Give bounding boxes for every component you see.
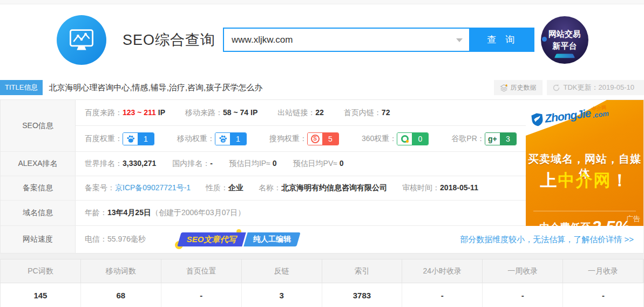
mobile-traffic: 移动来路：58 ~ 74 IP [185,108,257,118]
stats-header-24h-collect: 24小时收录 [402,259,483,283]
sogou-weight: 搜狗权重：S5 [269,132,339,145]
baidu-mobile-paw-icon: m [215,133,230,145]
tdk-update-label: TDK更新：2019-05-10 [564,83,635,92]
mobile-weight-badge[interactable]: m1 [215,132,247,145]
sogou-icon: S [308,133,322,145]
history-data-button[interactable]: 历史数据 [494,80,543,95]
seo-query-page: SEO综合查询 查 询 网站交易 新平台 TITLE信息 北京海明心理咨询中心,… [0,0,644,307]
domain-age: 年龄：13年4月25日（创建于2006年03月07日） [85,208,245,218]
org-name: 名称：北京海明有约信息咨询有限公司 [259,183,387,193]
sogou-weight-badge[interactable]: S5 [307,132,339,145]
google-pr: 谷歌PR：g+3 [451,132,516,145]
icp-number: 备案号：京ICP备09027721号-1 [85,183,191,193]
stats-value-24h-collect: - [402,283,483,307]
icp-number-link[interactable]: 京ICP备09027721号-1 [115,183,191,192]
so360-icon [397,133,412,145]
svg-text:m: m [222,139,224,142]
zhongjie-ad-banner[interactable]: ZhongJie 中介网 .com 买卖域名，网站，自媒体 上中介网！ 中介费低… [526,100,643,226]
row-label-alexa: ALEXA排名 [1,152,76,176]
ad-fee-line: 中介费低至2.5% [533,211,636,226]
stats-value-homepage-position: - [161,283,242,307]
google-plus-icon: g+ [485,133,500,145]
trade-platform-badge[interactable]: 网站交易 新平台 [541,16,588,64]
seo-weights-row: 百度权重：1 移动权重：m1 搜狗权重：S5 360权重：0 谷歌PR：g+3 [76,126,526,152]
stats-value-backlinks[interactable]: 3 [242,283,322,307]
row-label-seo: SEO信息 [1,100,76,152]
ad-tag: 广告 [626,214,640,224]
homepage-internal-links: 首页内链：72 [344,108,390,118]
row-label-beian: 备案信息 [1,176,76,201]
shield-icon [531,112,544,127]
brand-com: .com [592,110,609,119]
ad-slogan: 上中介网！ [526,169,643,192]
tdk-update[interactable]: TDK更新：2019-05-10 [547,80,644,95]
query-button[interactable]: 查 询 [470,28,534,52]
chevron-down-icon[interactable] [456,38,463,42]
mobile-weight: 移动权重：m1 [177,132,247,145]
valuation-detail-link[interactable]: 部分数据维度较小，无法估算，了解估价详情 >> [460,235,634,245]
so360-weight-badge[interactable]: 0 [397,132,429,145]
stats-header-backlinks: 反链 [242,259,322,283]
title-info-badge: TITLE信息 [0,80,43,95]
so360-weight: 360权重：0 [362,132,429,145]
review-date: 审核时间：2018-05-11 [402,183,478,193]
world-rank: 世界排名：3,330,271 [85,159,156,169]
stats-value-week-collect: - [483,283,563,307]
alexa-row: 世界排名：3,330,271 国内排名：- 预估日均IP≈ 0 预估日均PV≈ … [76,152,526,176]
search-input-wrap [223,28,470,52]
org-nature: 性质：企业 [206,183,243,193]
monitor-chart-icon [67,26,96,54]
stats-value-month-collect: - [563,283,643,307]
page-title: SEO综合查询 [123,30,215,50]
keyword-stats-table: PC词数 移动词数 首页位置 反链 索引 24小时收录 一周收录 一月收录 14… [0,259,644,307]
badge-line1: 网站交易 [548,28,581,40]
outbound-links: 出站链接：22 [277,108,324,118]
row-label-speed: 网站速度 [1,226,76,253]
badge-line2: 新平台 [553,40,577,52]
stats-header-pc-words: PC词数 [1,259,81,283]
section-divider [0,253,644,259]
baidu-weight-badge[interactable]: 1 [123,132,154,145]
seo-article-promo[interactable]: SEO文章代写 纯人工编辑 [179,232,299,246]
stats-header-week-collect: 一周收录 [483,259,563,283]
search-bar: 查 询 [223,28,534,52]
promo1-label: SEO文章代写 [187,235,236,245]
seo-info-table: SEO信息 ALEXA排名 备案信息 域名信息 网站速度 百度来路：123 ~ … [0,99,644,253]
stats-value-mobile-words[interactable]: 68 [81,283,161,307]
search-input[interactable] [224,29,469,51]
speed-row: 电信：55.976毫秒 SEO文章代写 纯人工编辑 部分数据维度较小，无法估算，… [76,226,643,253]
history-data-label: 历史数据 [511,83,537,92]
domestic-rank: 国内排名：- [172,159,213,169]
site-title-text: 北京海明心理咨询中心,情感,辅导,治疗,咨询,孩子厌学怎么办 [49,83,262,93]
baidu-weight: 百度权重：1 [85,132,154,145]
refresh-icon [552,84,560,92]
stats-header-month-collect: 一月收录 [563,259,643,283]
stats-header-homepage-position: 首页位置 [161,259,242,283]
beian-row: 备案号：京ICP备09027721号-1 性质：企业 名称：北京海明有约信息咨询… [76,176,526,201]
telecom-speed: 电信：55.976毫秒 [85,235,146,244]
baidu-paw-icon [123,133,138,145]
daily-ip-estimate: 预估日均IP≈ 0 [229,159,277,169]
stats-value-pc-words[interactable]: 145 [1,283,81,307]
stats-value-index[interactable]: 3783 [322,283,403,307]
stats-header-mobile-words: 移动词数 [81,259,161,283]
header: SEO综合查询 查 询 网站交易 新平台 [0,4,644,75]
site-logo[interactable] [57,15,106,65]
stats-header-index: 索引 [322,259,403,283]
promo2-label: 纯人工编辑 [253,235,291,244]
daily-pv-estimate: 预估日均PV≈ 0 [293,159,344,169]
top-strip [0,0,644,4]
title-info-bar: TITLE信息 北京海明心理咨询中心,情感,辅导,治疗,咨询,孩子厌学怎么办 历… [0,79,644,96]
google-pr-badge[interactable]: g+3 [485,132,517,145]
row-label-domain: 域名信息 [1,201,76,226]
layers-icon [500,84,508,92]
domain-row: 年龄：13年4月25日（创建于2006年03月07日） [76,201,526,226]
seo-traffic-row: 百度来路：123 ~ 211 IP 移动来路：58 ~ 74 IP 出站链接：2… [76,100,526,126]
baidu-traffic: 百度来路：123 ~ 211 IP [85,108,165,118]
